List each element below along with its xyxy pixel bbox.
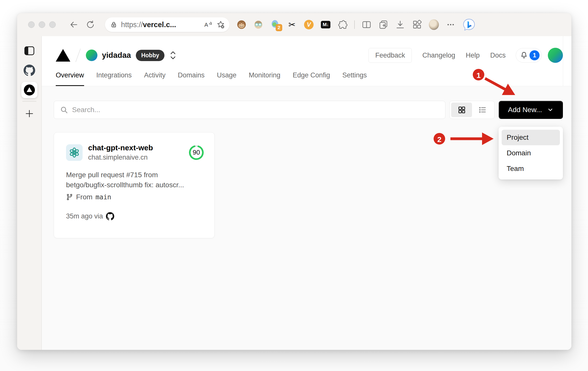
team-name: yidadaa [102,51,131,60]
docs-link[interactable]: Docs [490,52,506,59]
toolbar-separator [354,20,355,29]
projects-toolbar: Add New... [54,101,563,119]
git-branch-icon [66,194,73,201]
screenshot-stage: https://vercel.c... A 2 [0,0,588,371]
breadcrumb-slash [75,49,81,62]
feedback-button[interactable]: Feedback [369,48,412,63]
back-icon[interactable] [69,20,79,30]
branch-row: From main [66,193,204,201]
github-source-icon [106,212,114,220]
help-link[interactable]: Help [466,52,480,59]
bell-icon [520,51,528,59]
sidebar-divider [22,101,36,102]
vercel-tab-bar: Overview Integrations Activity Domains U… [42,71,571,86]
list-view-button[interactable] [472,103,493,117]
monkey-extension-icon[interactable] [237,20,247,30]
project-name: chat-gpt-next-web [88,144,153,152]
markdown-extension-icon[interactable]: M↓ [321,20,331,30]
tab-settings[interactable]: Settings [342,71,367,86]
scissors-extension-icon[interactable]: ✂ [287,20,297,30]
user-avatar[interactable] [548,48,563,63]
project-search[interactable] [54,101,445,119]
url-text: https://vercel.c... [121,21,204,29]
notification-count-badge: 1 [530,50,540,60]
extensions-row: 2 ✂ V M↓ [237,18,561,31]
project-card[interactable]: chat-gpt-next-web chat.simplenaive.cn 90 [54,132,215,238]
add-favorite-icon[interactable] [216,20,225,29]
project-favicon [66,144,83,161]
vercel-header: yidadaa Hobby Feedback Changelog Help Do… [42,36,571,86]
menu-item-team[interactable]: Team [502,161,560,176]
menu-item-project[interactable]: Project [502,130,560,145]
add-new-dropdown: Project Domain Team [499,127,563,179]
team-avatar[interactable] [86,50,97,61]
window-controls [28,21,56,28]
zoom-window-button[interactable] [49,21,56,28]
read-aloud-icon[interactable]: A [204,21,212,29]
vercel-page: yidadaa Hobby Feedback Changelog Help Do… [42,36,571,350]
menu-item-domain[interactable]: Domain [502,145,560,161]
tab-monitoring[interactable]: Monitoring [249,71,280,86]
reload-icon[interactable] [85,20,95,30]
vercel-logo[interactable] [56,49,70,62]
tab-domains[interactable]: Domains [178,71,205,86]
browser-window: https://vercel.c... A 2 [17,13,571,350]
overview-content: Add New... Project Domain Team [42,86,571,350]
vercel-sidebar-icon[interactable] [21,82,37,98]
score-ring: 90 [188,145,204,161]
plan-badge: Hobby [136,50,164,61]
commit-message: Merge pull request #715 from betgo/bugfi… [66,170,204,190]
lock-icon [110,21,117,28]
view-toggle [449,101,495,119]
score-value: 90 [188,145,204,161]
deploy-meta: 35m ago via [66,212,204,220]
workspaces-icon[interactable] [412,20,422,30]
tab-usage[interactable]: Usage [217,71,237,86]
search-icon [60,106,68,114]
project-domain[interactable]: chat.simplenaive.cn [88,154,153,161]
tab-activity[interactable]: Activity [144,71,166,86]
changelog-link[interactable]: Changelog [422,52,455,59]
add-new-label: Add New... [508,106,542,114]
browser-toolbar: https://vercel.c... A 2 [17,13,571,36]
tab-overview[interactable]: Overview [56,71,84,86]
grid-view-button[interactable] [451,103,472,117]
circles-extension-icon[interactable]: 2 [270,20,280,30]
person-extension-icon[interactable] [253,20,263,30]
minimize-window-button[interactable] [39,21,45,28]
more-menu-icon[interactable] [446,20,456,30]
split-screen-icon[interactable] [362,20,372,30]
github-sidebar-icon[interactable] [21,62,37,78]
bing-chat-icon[interactable] [462,18,476,31]
branch-name: main [95,193,111,201]
branch-label: From [76,193,92,201]
sidebar-add-icon[interactable] [21,106,37,122]
collections-icon[interactable] [378,20,388,30]
browser-body: yidadaa Hobby Feedback Changelog Help Do… [17,36,571,350]
v-extension-icon[interactable]: V [304,20,314,30]
team-switcher-icon[interactable] [168,50,178,61]
sidebar-toggle-icon[interactable] [21,43,37,59]
address-bar[interactable]: https://vercel.c... A [105,17,229,32]
close-window-button[interactable] [28,21,35,28]
browser-profile-avatar[interactable] [429,20,439,30]
add-new-button[interactable]: Add New... [499,101,563,119]
svg-text:A: A [204,22,208,28]
tab-integrations[interactable]: Integrations [96,71,132,86]
openai-logo-icon [69,147,80,158]
edge-sidebar [17,36,42,350]
extension-count-badge: 2 [276,24,282,31]
downloads-icon[interactable] [395,20,405,30]
tab-edge-config[interactable]: Edge Config [293,71,330,86]
search-input[interactable] [72,106,439,114]
chevron-down-icon [547,107,554,113]
extensions-puzzle-icon[interactable] [337,20,347,30]
notifications-button[interactable]: 1 [516,48,542,63]
